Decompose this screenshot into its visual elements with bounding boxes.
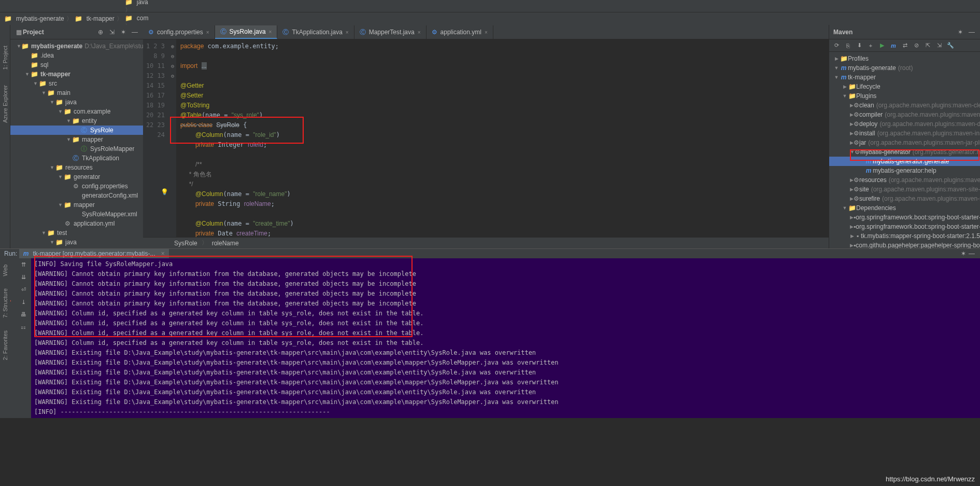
run-output[interactable]: [INFO] Saving file SysRoleMapper.java [W… bbox=[31, 258, 980, 418]
tree-item[interactable]: ⒸTkApplication bbox=[10, 154, 143, 163]
maven-settings-icon[interactable]: ✶ bbox=[956, 28, 964, 36]
maven-item[interactable]: ▼mtk-mapper bbox=[829, 73, 980, 82]
fold-gutter[interactable]: ⊕ ⊖ ⊖ ⊖ bbox=[169, 39, 176, 237]
tab-SysRole.java[interactable]: ⒸSysRole.java× bbox=[215, 25, 278, 39]
maven-item[interactable]: ▶⚙surefire(org.apache.maven.plugins:mave… bbox=[829, 194, 980, 203]
tree-item[interactable]: ▼📁test bbox=[10, 228, 143, 238]
crumb-com[interactable]: 📁com bbox=[125, 15, 160, 22]
tree-item[interactable]: ⚙config.properties bbox=[10, 182, 143, 191]
project-dropdown-icon[interactable]: ▦ bbox=[15, 28, 23, 36]
crumb-project[interactable]: 📁mybatis-generate bbox=[4, 15, 64, 22]
tree-item[interactable]: SysRoleMapper.xml bbox=[10, 210, 143, 219]
maven-item[interactable]: ▶⚙compiler(org.apache.maven.plugins:mave… bbox=[829, 110, 980, 119]
tree-item[interactable]: ⚙application.yml bbox=[10, 219, 143, 228]
project-tree[interactable]: ▼📁 mybatis-generateD:\Java_Example\study… bbox=[10, 39, 143, 248]
tab-TkApplication.java[interactable]: ⒸTkApplication.java× bbox=[277, 25, 354, 39]
close-icon[interactable]: × bbox=[206, 30, 209, 35]
close-icon[interactable]: × bbox=[269, 29, 272, 35]
maven-item[interactable]: ▼⚙mybatis-generator(org.mybatis.generato… bbox=[829, 147, 980, 157]
maven-item[interactable]: ▼📁Plugins bbox=[829, 91, 980, 101]
tree-item[interactable]: ▶📁com.example bbox=[10, 247, 143, 248]
tree-item[interactable]: ⒾSysRoleMapper bbox=[10, 144, 143, 154]
structure-tool-button[interactable]: 7: Structure bbox=[2, 288, 8, 318]
tree-item[interactable]: ▼📁java bbox=[10, 238, 143, 247]
reimport-icon[interactable]: ⟳ bbox=[832, 41, 841, 50]
close-icon[interactable]: × bbox=[485, 30, 488, 35]
maven-item[interactable]: ▶⚙deploy(org.apache.maven.plugins:maven-… bbox=[829, 119, 980, 129]
maven-item[interactable]: ▶⚙site(org.apache.maven.plugins:maven-si… bbox=[829, 185, 980, 194]
editor-breadcrumb[interactable]: SysRole〉roleName bbox=[143, 237, 829, 248]
run-tab[interactable]: mtk-mapper [org.mybatis.generator:mybati… bbox=[19, 249, 169, 258]
scroll-icon[interactable]: ⤓ bbox=[19, 298, 27, 306]
maven-item[interactable]: mmybatis-generator:help bbox=[829, 166, 980, 175]
code-content[interactable]: package com.example.entity; import ... @… bbox=[176, 39, 829, 237]
download-icon[interactable]: ⬇ bbox=[855, 41, 863, 50]
tree-item[interactable]: ▼📁src bbox=[10, 79, 143, 88]
maven-toolbar: ⟳ ⎘ ⬇ + ▶ m ⇄ ⊘ ⇱ ⇲ 🔧 bbox=[829, 39, 980, 52]
tree-item[interactable]: ▼📁resources bbox=[10, 163, 143, 172]
crumb-module[interactable]: 📁tk-mapper bbox=[75, 15, 115, 22]
down-icon[interactable]: ⇊ bbox=[19, 273, 27, 281]
tree-item[interactable]: ▼📁com.example bbox=[10, 107, 143, 116]
add-icon[interactable]: + bbox=[867, 41, 875, 50]
tree-root[interactable]: ▼📁 mybatis-generateD:\Java_Example\study… bbox=[10, 41, 143, 51]
collapse-all-icon[interactable]: ⇱ bbox=[924, 41, 932, 50]
tree-item[interactable]: ▼📁java bbox=[10, 98, 143, 107]
editor-tabs[interactable]: ⚙config.properties×ⒸSysRole.java×ⒸTkAppl… bbox=[143, 25, 829, 39]
maven-item[interactable]: ▶⚙resources(org.apache.maven.plugins:mav… bbox=[829, 175, 980, 185]
maven-item[interactable]: ▶⚙jar(org.apache.maven.plugins:maven-jar… bbox=[829, 138, 980, 147]
maven-tree[interactable]: ▶📁Profiles▼mmybatis-generate(root)▼mtk-m… bbox=[829, 52, 980, 248]
hide-icon[interactable]: — bbox=[131, 28, 139, 36]
tab-application.yml[interactable]: ⚙application.yml× bbox=[427, 25, 493, 39]
maven-item[interactable]: ▶▪tk.mybatis:mapper-spring-boot-starter:… bbox=[829, 231, 980, 241]
generate-icon[interactable]: ⎘ bbox=[844, 41, 852, 50]
wrap-icon[interactable]: ⏎ bbox=[19, 285, 27, 294]
tab-MapperTest.java[interactable]: ⒸMapperTest.java× bbox=[354, 25, 427, 39]
run-hide-icon[interactable]: — bbox=[968, 249, 976, 258]
tree-item[interactable]: ▼📁tk-mapper bbox=[10, 70, 143, 79]
azure-tool-button[interactable]: Azure Explorer bbox=[2, 85, 8, 123]
maven-item[interactable]: mmybatis-generator:generate bbox=[829, 157, 980, 166]
execute-icon[interactable]: m bbox=[889, 41, 898, 50]
tree-item[interactable]: 📁.idea bbox=[10, 51, 143, 60]
tree-item[interactable]: ▼📁entity bbox=[10, 116, 143, 126]
run-icon[interactable]: ▶ bbox=[878, 41, 886, 50]
tree-item[interactable]: 📁sql bbox=[10, 60, 143, 70]
editor-body[interactable]: 1 2 3 8 9 10 11 12 13 14 15 16 17 18 19 … bbox=[143, 39, 829, 237]
maven-item[interactable]: ▶▪org.springframework.boot:spring-boot-s… bbox=[829, 213, 980, 222]
maven-hide-icon[interactable]: — bbox=[968, 28, 976, 36]
up-icon[interactable]: ⇈ bbox=[19, 260, 27, 269]
maven-item[interactable]: ▶▪com.github.pagehelper:pagehelper-sprin… bbox=[829, 241, 980, 248]
run-settings-icon[interactable]: ✶ bbox=[959, 249, 968, 258]
maven-item[interactable]: ▼📁Dependencies bbox=[829, 203, 980, 213]
favorites-tool-button[interactable]: 2: Favorites bbox=[2, 330, 8, 360]
maven-item[interactable]: ▶📁Profiles bbox=[829, 54, 980, 63]
web-tool-button[interactable]: Web bbox=[2, 265, 8, 276]
skip-icon[interactable]: ⊘ bbox=[912, 41, 920, 50]
show-icon[interactable]: ⇲ bbox=[935, 41, 943, 50]
collapse-icon[interactable]: ⇲ bbox=[108, 28, 116, 36]
maven-item[interactable]: ▶📁Lifecycle bbox=[829, 82, 980, 91]
tree-item[interactable]: ▼📁main bbox=[10, 88, 143, 98]
tree-item[interactable]: ▼📁mapper bbox=[10, 135, 143, 144]
project-panel: ▦ Project ⊕ ⇲ ✶ — ▼📁 mybatis-generateD:\… bbox=[10, 25, 143, 248]
tree-item[interactable]: ⒸSysRole bbox=[10, 126, 143, 135]
settings-icon[interactable]: ✶ bbox=[119, 28, 127, 36]
maven-item[interactable]: ▼mmybatis-generate(root) bbox=[829, 63, 980, 73]
project-tool-button[interactable]: 1: Project bbox=[2, 46, 8, 70]
tree-item[interactable]: generatorConfig.xml bbox=[10, 191, 143, 200]
locate-icon[interactable]: ⊕ bbox=[96, 28, 105, 36]
tab-config.properties[interactable]: ⚙config.properties× bbox=[143, 25, 215, 39]
crumb-java[interactable]: 📁java bbox=[125, 0, 160, 6]
close-icon[interactable]: × bbox=[346, 30, 349, 35]
close-icon[interactable]: × bbox=[418, 30, 421, 35]
print-icon[interactable]: 🖶 bbox=[19, 310, 27, 318]
filter-icon[interactable]: ⚏ bbox=[19, 323, 27, 331]
maven-item[interactable]: ▶▪org.springframework.boot:spring-boot-s… bbox=[829, 222, 980, 231]
tree-item[interactable]: ▼📁generator bbox=[10, 172, 143, 182]
maven-item[interactable]: ▶⚙clean(org.apache.maven.plugins:maven-c… bbox=[829, 101, 980, 110]
maven-item[interactable]: ▶⚙install(org.apache.maven.plugins:maven… bbox=[829, 129, 980, 138]
toggle-icon[interactable]: ⇄ bbox=[901, 41, 909, 50]
tree-item[interactable]: ▼📁mapper bbox=[10, 200, 143, 210]
wrench-icon[interactable]: 🔧 bbox=[946, 41, 955, 50]
